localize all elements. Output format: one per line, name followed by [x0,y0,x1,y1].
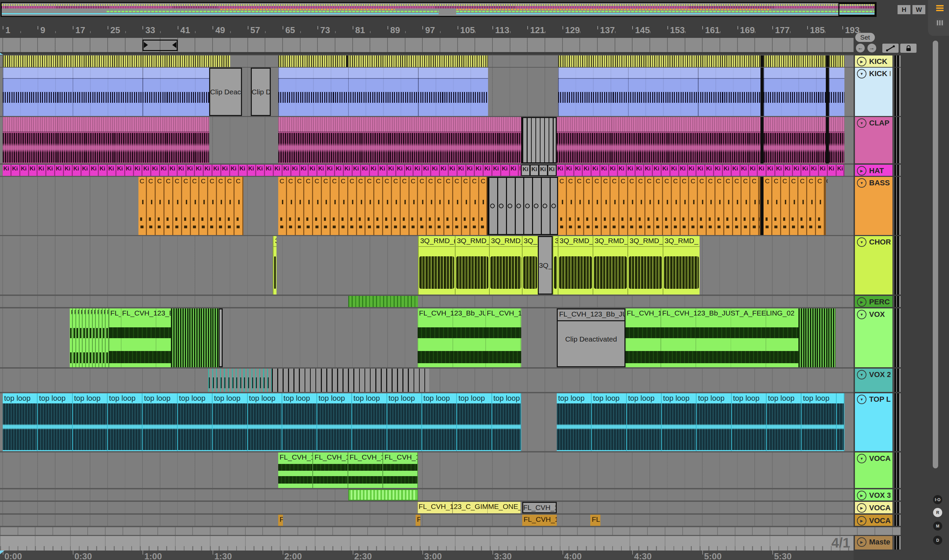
clip-ki[interactable]: Ki [644,165,653,176]
clip-divider[interactable] [761,68,764,116]
track-header-vox-3[interactable]: ▶VOX 3 [855,489,892,500]
clip-top-loop[interactable]: top loop [178,393,213,451]
clip-top-loop[interactable]: top loop [317,393,352,451]
clip-c[interactable]: C [462,177,471,235]
clip-ki[interactable]: Ki [539,165,548,176]
clip-ki[interactable]: Ki [396,165,405,176]
clip-ki[interactable]: Ki [99,165,108,176]
clip-c[interactable]: C [781,177,790,235]
clip-f[interactable]: F [106,308,109,367]
clip-f[interactable]: F [89,308,93,367]
clip-midiblue[interactable] [558,68,761,116]
clip-fl-cvh-123-bb-ju[interactable]: FL_CVH_123_Bb_JUClip Deactivated [557,308,625,367]
clip-c[interactable]: C [322,177,331,235]
fit-height-button[interactable]: H [898,5,910,14]
time-ruler[interactable]: 0:000:301:001:302:002:303:003:304:004:30… [0,551,853,560]
clip-c[interactable]: C [208,177,217,235]
clip-ki[interactable]: Ki [574,165,583,176]
clip-c[interactable]: C [672,177,681,235]
clip-top-loop[interactable]: top loop [557,393,592,451]
play-icon[interactable]: ▶ [857,516,866,526]
clip-clap[interactable] [3,117,209,163]
clip-c[interactable]: C [558,177,567,235]
clip-ki[interactable]: Ki [521,165,530,176]
clip-ki[interactable]: Ki [530,165,539,176]
clip-ki[interactable]: Ki [108,165,116,176]
fold-icon[interactable]: ▼ [857,178,866,188]
clip-c[interactable]: C [147,177,156,235]
clip-c[interactable]: C [479,177,487,235]
clip-f[interactable]: F [76,308,80,367]
lock-envelopes-button[interactable] [900,44,917,53]
clip-ki[interactable]: Ki [484,165,492,176]
clip-c[interactable]: C [339,177,348,235]
clip-ki[interactable]: Ki [449,165,458,176]
clip-f[interactable]: F [86,308,89,367]
clip-fl-cvh-1[interactable]: FL_CVH_1 [625,308,661,367]
clip-c[interactable]: C [435,177,444,235]
clip-ki[interactable]: Ki [265,165,274,176]
overview-view-box[interactable] [838,3,876,16]
clip-ki[interactable]: Ki [282,165,292,176]
clip-f[interactable]: F [96,308,99,367]
clip-c[interactable]: C [619,177,628,235]
clip-f[interactable]: F [99,308,103,367]
fit-width-button[interactable]: W [912,5,925,14]
clip-ki[interactable]: Ki [29,165,38,176]
clip-f[interactable]: F [416,515,420,526]
clip-ki[interactable]: Ki [3,165,11,176]
lane-bass[interactable]: CCCCCCCCCCCCCCCCCCCCCCCCCCCCCCCCCCCCCCCC… [0,177,853,235]
clip-ki[interactable]: Ki [566,165,574,176]
clip-3q-rmd[interactable]: 3Q_RMD_ [455,236,489,295]
clip-f[interactable]: F [103,308,106,367]
clip-f[interactable]: F [80,308,83,367]
clip-c[interactable]: C [681,177,690,235]
menu-icon[interactable] [934,2,946,14]
lane-vocal-3[interactable]: FFFL_CVH_1FL [0,515,853,526]
clip-fl-cvh-1[interactable]: FL_CVH_1 [348,452,383,488]
clip-c[interactable]: C [313,177,322,235]
fold-icon[interactable]: ▼ [857,370,866,379]
clip-stutter[interactable] [171,308,219,367]
clip-ki[interactable]: Ki [178,165,187,176]
clip-3q-rmd[interactable]: 3Q_RMD_ [593,236,628,295]
clip-clap[interactable] [829,117,845,163]
clip-ki[interactable]: Ki [379,165,387,176]
clip-ki[interactable]: Ki [116,165,125,176]
clip-ki[interactable]: Ki [73,165,82,176]
rail-button-m[interactable]: M [933,522,942,531]
clip-c[interactable]: C [576,177,585,235]
clip-divider[interactable] [826,68,829,116]
clip-divider[interactable] [826,55,829,67]
clip-fl-cvh-123-bb-jus[interactable]: FL_CVH_123_Bb_JUS [121,308,171,367]
clip-ki[interactable]: Ki [248,165,256,176]
track-header-kick[interactable]: ▶KICK [855,55,892,67]
clip-ki[interactable]: Ki [11,165,20,176]
rail-button-d[interactable]: D [933,535,942,545]
clip-top-loop[interactable]: top loop [767,393,801,451]
clip-c[interactable]: C [602,177,611,235]
clip-ki[interactable]: Ki [326,165,335,176]
clip-ki[interactable]: Ki [221,165,230,176]
clip-c[interactable]: C [716,177,724,235]
scrub-area[interactable] [0,38,853,54]
clip-kick[interactable] [558,55,761,67]
clip-ki[interactable]: Ki [300,165,309,176]
clip-3q-r[interactable]: 3Q_R [522,236,538,295]
clip-ki[interactable]: Ki [548,165,556,176]
fold-icon[interactable]: ▼ [857,118,866,128]
clip-fl-cvh-123-bb-just-a-feeling-02[interactable]: FL_CVH_123_Bb_JUST_A_FEELING_02 [660,308,798,367]
track-header-vox[interactable]: ▼VOX [855,308,892,367]
clip-c[interactable]: C [790,177,799,235]
clip-c[interactable]: C [707,177,716,235]
clip-tealslices[interactable] [208,369,272,392]
clip-c[interactable]: C [593,177,602,235]
clip-fl-cvh-1[interactable]: FL_CVH_1 [383,452,418,488]
clip-c[interactable]: C [296,177,305,235]
clip-ki[interactable]: Ki [274,165,282,176]
clip-ki[interactable]: Ki [213,165,221,176]
clip-top-loop[interactable]: top loop [387,393,422,451]
clip-ki[interactable]: Ki [828,165,836,176]
clip-divider[interactable] [761,55,764,67]
clip-top-loop[interactable]: top loop [282,393,317,451]
